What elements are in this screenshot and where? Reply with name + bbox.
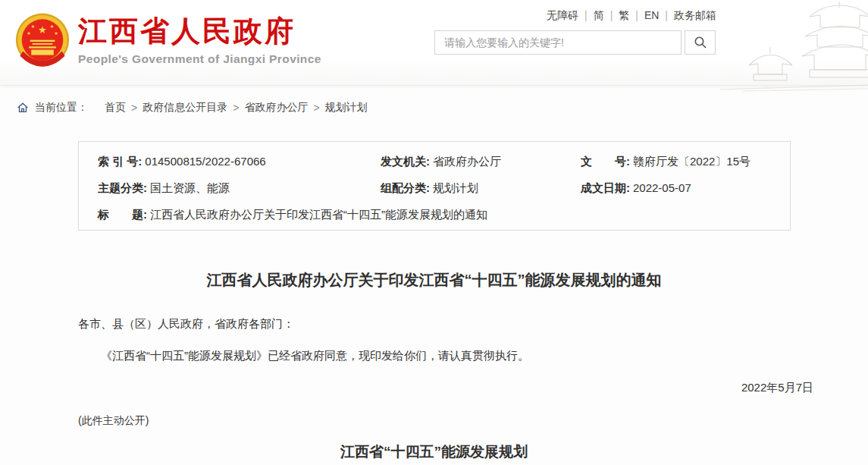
breadcrumb-info-catalog[interactable]: 政府信息公开目录 [143,101,227,115]
meta-label: 文 号: [581,155,630,168]
breadcrumb-plans[interactable]: 规划计划 [325,101,368,115]
document-salutation: 各市、县（区）人民政府，省政府各部门： [78,317,294,331]
link-simplified[interactable]: 简 [594,9,604,21]
site-header: ★ ★ ★ ★ ★ 江西省人民政府 People's Government of… [0,0,868,86]
search-bar [434,30,716,55]
meta-value: 规划计划 [433,181,478,194]
meta-label: 主题分类: [98,181,147,194]
meta-value: 国土资源、能源 [150,181,230,194]
search-button[interactable] [685,30,716,55]
svg-text:★: ★ [27,30,31,36]
meta-title: 标 题:江西省人民政府办公厅关于印发江西省“十四五”能源发展规划的通知 [98,208,487,222]
plan-subtitle: 江西省“十四五”能源发展规划 [0,442,868,462]
meta-value: 赣府厅发〔2022〕15号 [633,155,750,168]
link-separator: | [635,9,638,21]
link-separator: | [610,9,613,21]
site-logo[interactable]: ★ ★ ★ ★ ★ 江西省人民政府 People's Government of… [13,11,321,72]
document-date: 2022年5月7日 [741,381,813,395]
meta-label: 索 引 号: [98,155,142,168]
utility-links: 无障碍|简|繁|EN|政务邮箱 [547,9,716,23]
meta-document-number: 文 号:赣府厅发〔2022〕15号 [581,155,750,169]
breadcrumb-separator: > [233,102,239,114]
meta-label: 标 题: [98,208,147,221]
document-meta-table: 索 引 号:014500815/2022-67066 发文机关:省政府办公厅 文… [78,141,791,231]
document-paragraph: 《江西省“十四五”能源发展规划》已经省政府同意，现印发给你们，请认真贯彻执行。 [78,349,813,363]
link-english[interactable]: EN [644,9,659,21]
breadcrumb-separator: > [131,102,137,114]
site-title: 江西省人民政府 [78,16,321,48]
search-icon [694,36,707,49]
meta-value: 2022-05-07 [633,181,691,194]
meta-group-category: 组配分类:规划计划 [381,181,478,196]
logo-text: 江西省人民政府 People's Government of Jiangxi P… [78,11,321,66]
meta-index-number: 索 引 号:014500815/2022-67066 [98,155,266,169]
meta-value: 江西省人民政府办公厅关于印发江西省“十四五”能源发展规划的通知 [150,208,487,221]
meta-label: 组配分类: [381,181,430,194]
meta-value: 014500815/2022-67066 [145,155,265,168]
svg-text:★: ★ [38,24,47,36]
meta-label: 成文日期: [581,181,630,194]
document-disclosure-note: (此件主动公开) [78,414,149,428]
site-subtitle: People's Government of Jiangxi Province [78,52,321,66]
meta-issue-date: 成文日期:2022-05-07 [581,181,691,196]
page: ★ ★ ★ ★ ★ 江西省人民政府 People's Government of… [0,0,868,465]
meta-issuing-agency: 发文机关:省政府办公厅 [381,155,501,169]
svg-text:★: ★ [31,24,36,29]
pavilion-watermark-icon [720,0,868,93]
link-separator: | [584,9,588,21]
meta-label: 发文机关: [381,155,430,168]
breadcrumb-office[interactable]: 省政府办公厅 [244,101,308,115]
link-gov-mailbox[interactable]: 政务邮箱 [674,9,716,21]
svg-text:★: ★ [50,24,55,29]
home-icon [17,102,29,114]
breadcrumb-label: 当前位置： [35,101,88,115]
meta-topic-category: 主题分类:国土资源、能源 [98,181,230,196]
link-traditional[interactable]: 繁 [619,9,629,21]
svg-text:★: ★ [54,30,58,36]
breadcrumb-home[interactable]: 首页 [105,101,126,115]
breadcrumb: 当前位置： 首页 > 政府信息公开目录 > 省政府办公厅 > 规划计划 [17,101,368,115]
national-emblem-icon: ★ ★ ★ ★ ★ [13,11,72,72]
document-title: 江西省人民政府办公厅关于印发江西省“十四五”能源发展规划的通知 [0,270,868,291]
link-separator: | [665,9,668,21]
search-input[interactable] [434,30,682,55]
meta-value: 省政府办公厅 [433,155,501,168]
breadcrumb-separator: > [313,102,319,114]
link-accessibility[interactable]: 无障碍 [547,9,578,21]
